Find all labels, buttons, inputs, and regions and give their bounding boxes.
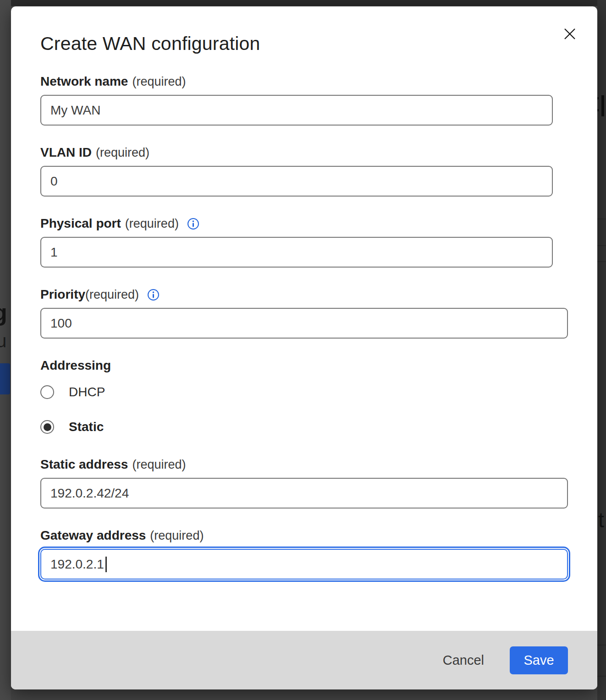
field-priority: Priority (required)	[40, 287, 568, 339]
close-button[interactable]	[561, 25, 579, 43]
field-gateway-address: Gateway address (required)	[40, 528, 568, 580]
info-icon	[147, 289, 160, 301]
background-row-line	[597, 219, 606, 219]
static-address-label: Static address	[40, 457, 128, 472]
field-label: Physical port (required)	[40, 216, 568, 231]
field-label: Gateway address (required)	[40, 528, 568, 543]
vlan-id-label: VLAN ID	[40, 145, 92, 160]
physical-port-input[interactable]	[40, 237, 553, 268]
addressing-section-label: Addressing	[40, 358, 568, 373]
field-network-name: Network name (required)	[40, 74, 568, 126]
text-cursor	[105, 557, 107, 572]
background-text-fragment: t	[598, 508, 604, 532]
field-physical-port: Physical port (required)	[40, 216, 568, 268]
required-hint: (required)	[85, 288, 139, 302]
background-text-fragment	[601, 95, 604, 116]
required-hint: (required)	[132, 458, 186, 472]
radio-label-static: Static	[69, 420, 104, 434]
background-row-line	[597, 261, 606, 262]
field-label: Static address (required)	[40, 457, 568, 472]
radio-option-dhcp[interactable]: DHCP	[40, 385, 568, 399]
dialog-title: Create WAN configuration	[40, 33, 568, 55]
field-static-address: Static address (required)	[40, 457, 568, 509]
gateway-address-label: Gateway address	[40, 528, 146, 543]
field-vlan-id: VLAN ID (required)	[40, 145, 568, 197]
dimmed-background-left: g u	[0, 0, 11, 700]
background-text-fragment: u	[0, 331, 6, 351]
required-hint: (required)	[96, 146, 149, 160]
priority-input[interactable]	[40, 308, 568, 339]
radio-label-dhcp: DHCP	[69, 385, 105, 399]
gateway-address-input[interactable]	[40, 549, 568, 580]
priority-info[interactable]	[147, 289, 160, 301]
dialog-body: Create WAN configuration Network name (r…	[11, 6, 597, 631]
background-row-line	[597, 645, 606, 645]
dialog-footer: Cancel Save	[11, 631, 597, 689]
radio-option-static[interactable]: Static	[40, 420, 568, 434]
required-hint: (required)	[150, 529, 204, 543]
gateway-address-focus-ring	[40, 549, 568, 580]
close-icon	[563, 27, 576, 40]
physical-port-label: Physical port	[40, 216, 121, 231]
radio-unchecked-icon	[40, 385, 54, 399]
vlan-id-input[interactable]	[40, 166, 553, 197]
field-label: Network name (required)	[40, 74, 568, 89]
network-name-label: Network name	[40, 74, 128, 89]
radio-checked-icon	[40, 420, 54, 434]
required-hint: (required)	[125, 217, 179, 231]
cancel-button[interactable]: Cancel	[440, 648, 487, 673]
background-button-fragment	[0, 363, 10, 394]
priority-label: Priority	[40, 287, 85, 302]
field-label: VLAN ID (required)	[40, 145, 568, 160]
create-wan-dialog: Create WAN configuration Network name (r…	[11, 6, 597, 689]
background-text-fragment	[597, 97, 599, 99]
info-icon	[187, 218, 199, 230]
physical-port-info[interactable]	[187, 218, 199, 230]
field-label: Priority (required)	[40, 287, 568, 302]
background-row-line	[597, 245, 606, 246]
save-button[interactable]: Save	[510, 646, 568, 674]
static-address-input[interactable]	[40, 478, 568, 509]
required-hint: (required)	[132, 75, 186, 89]
background-row-line	[597, 676, 606, 677]
overlay-top-strip	[0, 0, 606, 6]
background-text-fragment: g	[0, 299, 7, 326]
dimmed-background-right: t	[597, 0, 606, 700]
network-name-input[interactable]	[40, 95, 553, 126]
